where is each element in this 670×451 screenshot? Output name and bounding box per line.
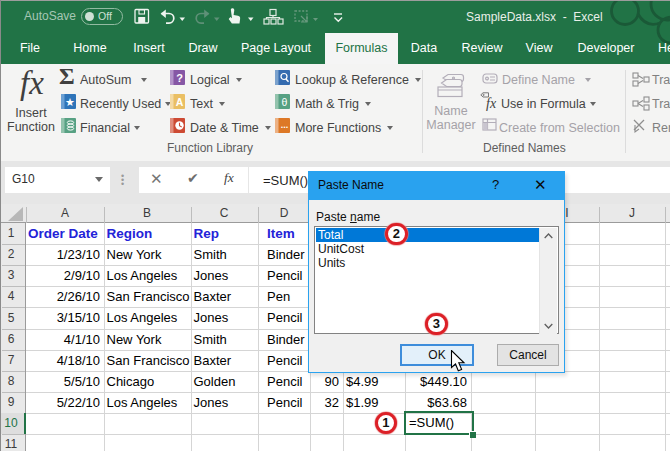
svg-text:?: ? — [176, 72, 183, 84]
svg-text:★: ★ — [65, 96, 75, 108]
svg-text:A: A — [176, 96, 184, 108]
svg-text:θ: θ — [282, 96, 288, 108]
svg-text:...: ... — [281, 120, 289, 130]
